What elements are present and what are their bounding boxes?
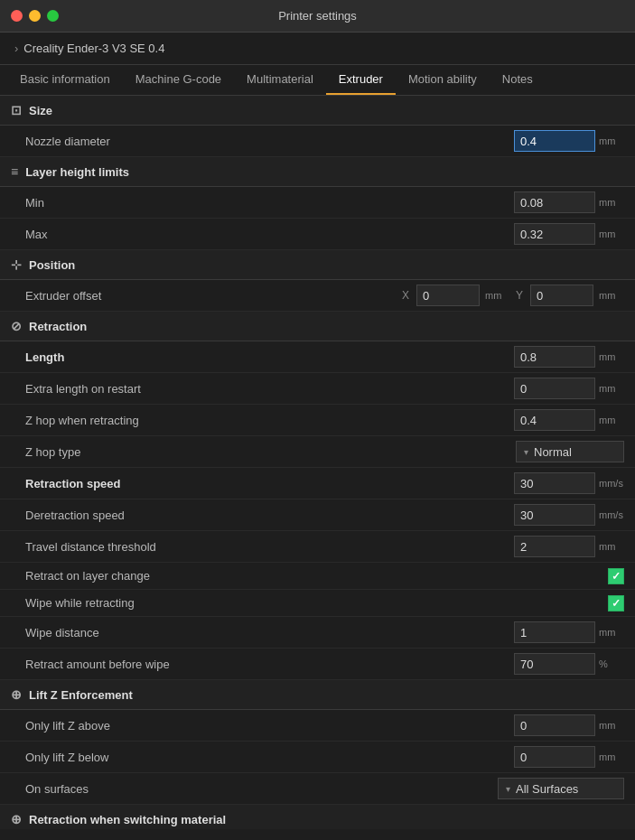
wipe-retracting-value: ✓ — [608, 595, 624, 611]
max-label: Max — [25, 228, 514, 241]
wipe-retracting-checkbox[interactable]: ✓ — [608, 595, 624, 611]
z-hop-type-dropdown[interactable]: ▾ Normal — [516, 441, 624, 462]
field-retraction-speed: Retraction speed mm/s — [0, 468, 635, 499]
section-retraction-title: Retraction — [29, 320, 87, 333]
min-label: Min — [25, 196, 514, 210]
section-layer-height: ≡ Layer height limits — [0, 157, 635, 187]
tab-extruder[interactable]: Extruder — [326, 65, 396, 95]
printer-name: Creality Ender-3 V3 SE 0.4 — [23, 42, 164, 55]
path-chevron: › — [14, 42, 18, 55]
retraction-speed-unit: mm/s — [599, 478, 624, 489]
max-value: mm — [514, 223, 624, 245]
z-hop-input[interactable] — [514, 409, 595, 431]
section-retraction-switching: ⊕ Retraction when switching material — [0, 805, 635, 829]
retraction-speed-input[interactable] — [514, 472, 595, 494]
on-surfaces-value: ▾ All Surfaces — [498, 778, 624, 799]
z-hop-label: Z hop when retracting — [25, 414, 514, 427]
field-max: Max mm — [0, 219, 635, 250]
travel-distance-input[interactable] — [514, 536, 595, 557]
section-position: ⊹ Position — [0, 250, 635, 280]
field-z-hop-when-retracting: Z hop when retracting mm — [0, 405, 635, 436]
field-length: Length mm — [0, 341, 635, 373]
lift-z-below-unit: mm — [599, 751, 624, 762]
lift-z-below-label: Only lift Z below — [25, 751, 514, 764]
field-wipe-distance: Wipe distance mm — [0, 617, 635, 649]
extruder-offset-x-input[interactable] — [416, 285, 480, 306]
lift-z-above-label: Only lift Z above — [25, 719, 514, 733]
wipe-distance-input[interactable] — [514, 621, 595, 643]
tab-bar: Basic information Machine G-code Multima… — [0, 65, 635, 96]
retraction-switching-icon: ⊕ — [11, 812, 22, 826]
field-travel-distance: Travel distance threshold mm — [0, 531, 635, 563]
lift-z-below-value: mm — [514, 746, 624, 768]
retract-layer-change-check: ✓ — [612, 570, 621, 583]
length-label: Length — [25, 350, 514, 364]
retraction-icon: ⊘ — [11, 319, 22, 333]
on-surfaces-selected: All Surfaces — [516, 782, 578, 796]
maximize-button[interactable] — [47, 10, 59, 22]
extra-length-label: Extra length on restart — [25, 382, 514, 396]
min-unit: mm — [599, 197, 624, 208]
nozzle-diameter-unit: mm — [599, 135, 624, 146]
minimize-button[interactable] — [29, 10, 41, 22]
tab-notes[interactable]: Notes — [490, 65, 546, 95]
z-hop-type-label: Z hop type — [25, 445, 516, 459]
on-surfaces-dropdown[interactable]: ▾ All Surfaces — [498, 778, 624, 799]
max-input[interactable] — [514, 223, 595, 245]
section-lift-z-title: Lift Z Enforcement — [29, 688, 133, 702]
window-controls — [11, 10, 59, 22]
close-button[interactable] — [11, 10, 23, 22]
position-icon: ⊹ — [11, 257, 22, 272]
z-hop-type-value: ▾ Normal — [516, 441, 624, 462]
wipe-distance-label: Wipe distance — [25, 626, 514, 639]
retract-before-wipe-value: % — [514, 653, 624, 675]
section-retraction: ⊘ Retraction — [0, 312, 635, 341]
max-unit: mm — [599, 229, 624, 239]
field-min: Min mm — [0, 187, 635, 219]
offset-x-unit: mm — [485, 290, 510, 301]
wipe-distance-value: mm — [514, 621, 624, 643]
lift-z-above-unit: mm — [599, 720, 624, 731]
wipe-distance-unit: mm — [599, 627, 624, 638]
window-title: Printer settings — [278, 9, 357, 23]
layer-height-icon: ≡ — [11, 164, 18, 179]
y-label: Y — [516, 289, 523, 302]
tab-motion-ability[interactable]: Motion ability — [396, 65, 490, 95]
section-position-title: Position — [29, 258, 75, 272]
retract-layer-change-checkbox[interactable]: ✓ — [608, 568, 624, 584]
dropdown-chevron: ▾ — [524, 447, 528, 457]
on-surfaces-label: On surfaces — [25, 782, 498, 796]
nozzle-diameter-input[interactable] — [514, 130, 595, 152]
field-deretraction-speed: Deretraction speed mm/s — [0, 499, 635, 531]
printer-path: › Creality Ender-3 V3 SE 0.4 — [0, 33, 635, 65]
min-value: mm — [514, 191, 624, 213]
lift-z-above-input[interactable] — [514, 714, 595, 736]
length-value: mm — [514, 346, 624, 368]
field-only-lift-z-above: Only lift Z above mm — [0, 710, 635, 742]
section-lift-z: ⊕ Lift Z Enforcement — [0, 680, 635, 710]
retract-before-wipe-input[interactable] — [514, 653, 595, 675]
extruder-offset-y-input[interactable] — [530, 285, 593, 306]
deretraction-speed-input[interactable] — [514, 504, 595, 526]
tab-basic-information[interactable]: Basic information — [7, 65, 123, 95]
field-retract-on-layer-change: Retract on layer change ✓ — [0, 563, 635, 590]
section-size-title: Size — [29, 104, 52, 117]
tab-machine-gcode[interactable]: Machine G-code — [123, 65, 234, 95]
field-extra-length-on-restart: Extra length on restart mm — [0, 373, 635, 405]
section-layer-height-title: Layer height limits — [25, 165, 129, 179]
offset-y-unit: mm — [599, 290, 624, 301]
nozzle-diameter-label: Nozzle diameter — [25, 135, 514, 148]
extra-length-input[interactable] — [514, 378, 595, 399]
x-label: X — [402, 289, 409, 302]
field-z-hop-type: Z hop type ▾ Normal — [0, 436, 635, 468]
extruder-offset-label: Extruder offset — [25, 289, 402, 303]
min-input[interactable] — [514, 191, 595, 213]
nozzle-diameter-value: mm — [514, 130, 624, 152]
retract-before-wipe-label: Retract amount before wipe — [25, 658, 514, 671]
tab-multimaterial[interactable]: Multimaterial — [234, 65, 326, 95]
wipe-retracting-label: Wipe while retracting — [25, 596, 608, 610]
length-input[interactable] — [514, 346, 595, 368]
lift-z-below-input[interactable] — [514, 746, 595, 768]
deretraction-speed-label: Deretraction speed — [25, 509, 514, 522]
deretraction-speed-value: mm/s — [514, 504, 624, 526]
